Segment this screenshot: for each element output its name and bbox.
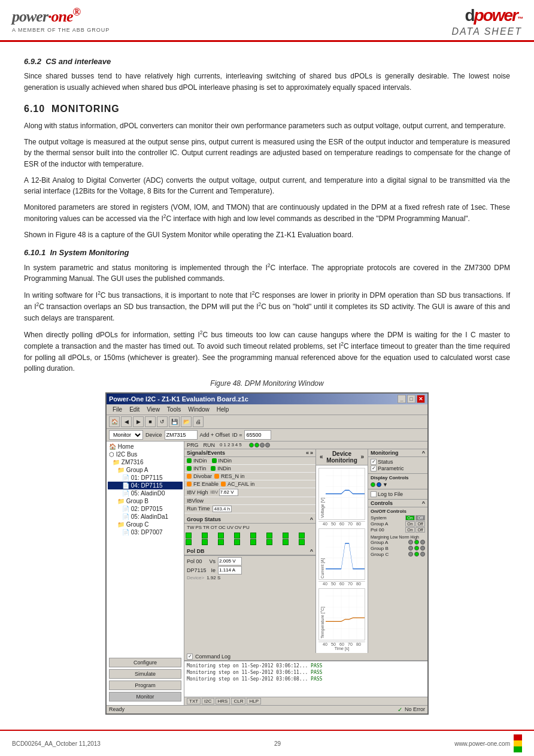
menu-edit[interactable]: Edit xyxy=(126,406,143,413)
voltage-chart: Voltage [V] xyxy=(318,468,365,520)
tree-group-c[interactable]: 📁 Group C xyxy=(108,521,183,528)
controls-title: Controls xyxy=(371,500,393,506)
app-statusbar: Ready ✓ No Error xyxy=(107,705,427,713)
groupc-dot-1[interactable] xyxy=(408,552,413,557)
panel-right-arrow[interactable]: » xyxy=(310,450,313,456)
tx-70: 70 xyxy=(348,642,353,646)
tx-80: 80 xyxy=(356,642,361,646)
maximize-button[interactable]: □ xyxy=(407,395,415,403)
display-arrow[interactable]: ▼ xyxy=(383,482,388,488)
gs-tw: TW xyxy=(187,525,194,530)
log-header: ✓ Command Log xyxy=(184,653,427,661)
log-hrs-btn[interactable]: HRS xyxy=(216,698,230,704)
is-input[interactable] xyxy=(218,566,242,574)
groupb-dot-3[interactable] xyxy=(420,546,425,551)
groupa-on-btn[interactable]: On xyxy=(405,521,415,527)
tree-pol-04[interactable]: 📄 04: DP7115 xyxy=(108,482,183,489)
panel-arrows: « » xyxy=(306,450,313,456)
log-i2c-btn[interactable]: I2C xyxy=(202,698,214,704)
simulate-button[interactable]: Simulate xyxy=(109,669,181,679)
menu-file[interactable]: File xyxy=(109,406,126,413)
groupa-dot-2[interactable] xyxy=(414,540,419,545)
tree-group-a[interactable]: 📁 Group A xyxy=(108,466,183,474)
groupa-dot-1[interactable] xyxy=(408,540,413,545)
log-hlp-btn[interactable]: HLP xyxy=(247,698,261,704)
groupc-dot-2[interactable] xyxy=(414,552,419,557)
toolbar-back[interactable]: ◀ xyxy=(121,416,132,427)
current-x-axis: 40 50 60 70 80 xyxy=(318,581,365,586)
tree-group-b[interactable]: 📁 Group B xyxy=(108,497,183,505)
tree-aladin1[interactable]: 📄 05: AladinDa1 xyxy=(108,513,183,521)
toolbar-print[interactable]: 🖨 xyxy=(193,416,204,427)
status-cell-14 xyxy=(266,539,272,545)
groupa-dot-3[interactable] xyxy=(420,540,425,545)
tree-pol-01[interactable]: 📄 01: DP7115 xyxy=(108,474,183,482)
toolbar-forward[interactable]: ▶ xyxy=(133,416,144,427)
device-input[interactable] xyxy=(165,430,198,440)
status-checkbox[interactable]: ✓ xyxy=(371,459,377,465)
tree-aladin0[interactable]: 📄 05: AladinD0 xyxy=(108,489,183,497)
signal-dot-resn xyxy=(214,474,219,479)
titlebar-controls[interactable]: _ □ ✕ xyxy=(398,395,425,403)
signal-runtime: Run Time 483.4 h xyxy=(184,505,315,513)
signal-label-fe: FE Enable xyxy=(193,481,219,487)
menu-help[interactable]: Help xyxy=(213,406,233,413)
gs-ov: OV xyxy=(235,525,242,530)
groupc-dot-3[interactable] xyxy=(420,552,425,557)
toolbar-stop[interactable]: ■ xyxy=(145,416,156,427)
onoff-header: On/Off Controls xyxy=(371,509,425,514)
groupb-dot-2[interactable] xyxy=(414,546,419,551)
controls-arrow[interactable]: ^ xyxy=(422,500,425,506)
tree-pol-03[interactable]: 📄 03: DP7007 xyxy=(108,528,183,536)
signals-header: Signals/Events « » xyxy=(184,449,315,457)
footer-center: 29 xyxy=(274,740,281,747)
monitoring-arrow[interactable]: ^ xyxy=(422,450,425,456)
close-button[interactable]: ✕ xyxy=(417,395,425,403)
app-titlebar: Power-One I2C - Z1-K1 Evaluation Board.z… xyxy=(107,394,427,404)
signal-intin: INTin INDin xyxy=(184,465,315,473)
toolbar-open[interactable]: 📂 xyxy=(181,416,192,427)
panel-left-arrow[interactable]: « xyxy=(306,450,309,456)
tree-pol-02[interactable]: 📄 02: DP7015 xyxy=(108,505,183,513)
log-file-checkbox[interactable] xyxy=(371,491,377,497)
group-status-arrow[interactable]: ^ xyxy=(310,516,313,522)
log-checkbox[interactable]: ✓ xyxy=(187,654,193,660)
cx-60: 60 xyxy=(339,582,344,586)
menu-window[interactable]: Window xyxy=(184,406,213,413)
tree-home[interactable]: 🏠 Home xyxy=(108,443,183,450)
groupa-label: Group A xyxy=(371,521,388,527)
tree-i2c[interactable]: ⬡ I2C Bus xyxy=(108,450,183,458)
display-controls-section: Display Controls ▼ xyxy=(368,474,427,489)
log-clr-btn[interactable]: CLR xyxy=(231,698,245,704)
signal-label-ibvhigh: IBV High xyxy=(187,489,208,495)
tree-zm7316[interactable]: 📁 ZM7316 xyxy=(108,458,183,466)
toolbar-home[interactable]: 🏠 xyxy=(109,416,120,427)
configure-button[interactable]: Configure xyxy=(109,658,181,667)
groupa-off-btn[interactable]: Off xyxy=(415,521,425,527)
device-monitor-right-arrow[interactable]: » xyxy=(360,453,364,460)
vs-input[interactable] xyxy=(218,557,242,566)
pol00-on-btn[interactable]: On xyxy=(405,527,415,533)
menu-view[interactable]: View xyxy=(143,406,163,413)
program-button[interactable]: Program xyxy=(109,681,181,690)
status-label: Status xyxy=(378,459,393,465)
status-cell-8 xyxy=(299,533,305,539)
system-on-btn[interactable]: On xyxy=(405,515,415,521)
toolbar-save[interactable]: 💾 xyxy=(169,416,180,427)
cb-yellow xyxy=(514,740,522,746)
minimize-button[interactable]: _ xyxy=(398,395,406,403)
pol00-off-btn[interactable]: Off xyxy=(415,527,425,533)
monitor-select[interactable]: Monitor xyxy=(109,430,143,440)
content-area: Signals/Events « » INDin xyxy=(184,449,427,653)
signal-fe-enable: FE Enable AC_FAIL in xyxy=(184,480,315,488)
id-input[interactable] xyxy=(244,430,271,440)
groupb-dot-1[interactable] xyxy=(408,546,413,551)
log-txt-btn[interactable]: TXT xyxy=(187,698,201,704)
pol-db-arrow[interactable]: ^ xyxy=(310,548,313,554)
toolbar-refresh[interactable]: ↺ xyxy=(157,416,168,427)
parametric-checkbox[interactable]: ✓ xyxy=(371,465,377,471)
system-off-btn[interactable]: Off xyxy=(415,515,425,521)
menu-tools[interactable]: Tools xyxy=(163,406,184,413)
monitor-button[interactable]: Monitor xyxy=(109,692,181,701)
ibv-input[interactable] xyxy=(219,489,238,496)
